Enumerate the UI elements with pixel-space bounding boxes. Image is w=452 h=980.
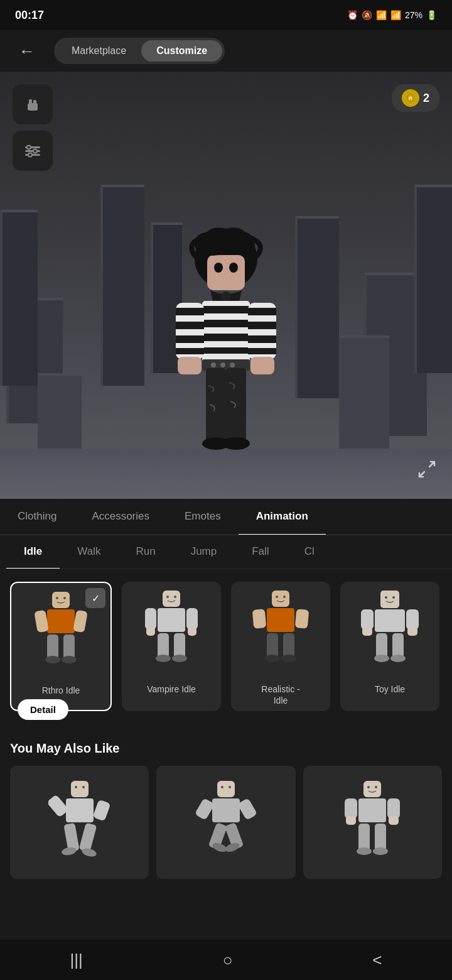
subtab-run[interactable]: Run [118, 535, 173, 569]
menu-icon: ||| [70, 950, 82, 969]
anim-label-toy: Toy Idle [372, 683, 407, 695]
back-nav-icon: < [372, 950, 382, 969]
svg-rect-25 [176, 348, 204, 354]
status-icons: ⏰ 🔕 📶 📶 27% 🔋 [347, 10, 437, 20]
subtab-cl[interactable]: Cl [287, 535, 332, 569]
top-nav: ← Marketplace Customize [0, 30, 452, 72]
svg-point-13 [214, 263, 223, 273]
svg-point-107 [375, 786, 377, 788]
svg-point-35 [220, 362, 225, 368]
svg-rect-73 [380, 591, 399, 608]
avatar-scene: R 2 [0, 72, 452, 499]
anim-label-realistic: Realistic -Idle [259, 683, 302, 706]
signal-icon: 📶 [390, 10, 401, 20]
avatar-container [157, 222, 295, 461]
home-icon: ○ [223, 950, 233, 969]
svg-point-86 [75, 786, 77, 788]
svg-point-15 [221, 291, 231, 302]
tab-marketplace[interactable]: Marketplace [56, 40, 141, 62]
svg-rect-92 [78, 823, 97, 852]
also-like-figure-1 [48, 778, 111, 866]
bg-block [100, 185, 144, 386]
robux-count: 2 [423, 92, 429, 105]
svg-rect-80 [407, 627, 417, 636]
bg-block [295, 216, 339, 398]
svg-rect-78 [406, 609, 419, 629]
anim-label-vampire: Vampire Idle [144, 683, 198, 695]
anim-card-vampire-idle[interactable]: Vampire Idle [122, 582, 221, 711]
settings-button[interactable] [13, 131, 53, 171]
nav-home-button[interactable]: ○ [198, 945, 258, 975]
bg-block [414, 185, 452, 373]
svg-rect-88 [66, 798, 94, 822]
subtab-jump[interactable]: Jump [173, 535, 235, 569]
nav-back-button[interactable]: < [347, 945, 407, 975]
also-like-card-2[interactable] [156, 766, 295, 879]
svg-rect-58 [188, 627, 196, 636]
also-like-section: You May Also Like [0, 729, 452, 891]
also-like-card-3[interactable] [303, 766, 442, 879]
vampire-idle-figure [140, 588, 203, 663]
svg-point-64 [276, 596, 278, 598]
bg-block [38, 373, 82, 449]
subtab-walk[interactable]: Walk [60, 535, 118, 569]
tab-clothing[interactable]: Clothing [0, 499, 74, 535]
svg-rect-111 [346, 816, 356, 825]
svg-rect-113 [358, 824, 370, 851]
svg-point-61 [156, 655, 171, 662]
svg-rect-0 [28, 103, 38, 111]
compress-button[interactable] [414, 457, 439, 486]
also-like-title: You May Also Like [10, 741, 442, 756]
svg-point-116 [373, 847, 388, 855]
back-button[interactable]: ← [13, 39, 41, 63]
anim-card-inner-toy [340, 582, 439, 670]
svg-rect-17 [202, 306, 250, 313]
svg-rect-1 [29, 99, 32, 104]
svg-rect-56 [186, 608, 198, 629]
svg-rect-66 [267, 608, 294, 632]
svg-rect-23 [176, 322, 204, 329]
subtab-idle[interactable]: Idle [6, 535, 60, 569]
svg-rect-90 [92, 800, 110, 822]
svg-rect-95 [217, 781, 235, 797]
svg-rect-29 [248, 322, 276, 329]
svg-rect-19 [202, 334, 250, 341]
subtab-fall[interactable]: Fall [234, 535, 286, 569]
svg-rect-57 [146, 627, 155, 636]
svg-point-50 [62, 656, 77, 663]
svg-rect-108 [358, 798, 386, 822]
svg-rect-77 [361, 609, 374, 629]
also-like-card-1[interactable] [10, 766, 149, 879]
tab-emotes[interactable]: Emotes [167, 499, 239, 535]
svg-point-65 [283, 596, 286, 598]
detail-button-rthro[interactable]: Detail [18, 699, 68, 720]
rthro-idle-figure [30, 589, 92, 665]
svg-rect-2 [33, 100, 36, 104]
svg-rect-20 [202, 347, 250, 354]
anim-card-toy-idle[interactable]: Toy Idle [340, 582, 439, 711]
tab-customize[interactable]: Customize [141, 40, 222, 62]
nav-tabs: Marketplace Customize [54, 38, 225, 64]
anim-card-rthro-idle[interactable]: ✓ Detail Rthro Idle [10, 582, 112, 711]
anim-card-realistic-idle[interactable]: Realistic -Idle [231, 582, 330, 711]
svg-rect-114 [375, 824, 386, 851]
svg-rect-46 [73, 610, 88, 633]
svg-point-49 [45, 656, 60, 663]
svg-rect-54 [158, 608, 185, 632]
svg-rect-110 [387, 798, 400, 819]
battery-icon: 🔋 [426, 10, 437, 20]
nav-menu-button[interactable]: ||| [45, 945, 107, 975]
also-like-figure-2 [195, 778, 257, 866]
settings-icon [23, 141, 43, 161]
svg-rect-32 [250, 357, 274, 374]
avatar-pose-button[interactable] [13, 84, 53, 124]
svg-point-53 [174, 596, 176, 598]
realistic-idle-figure [249, 588, 312, 663]
tab-accessories[interactable]: Accessories [74, 499, 167, 535]
svg-point-34 [211, 362, 216, 368]
svg-rect-105 [363, 781, 381, 797]
tab-animation[interactable]: Animation [239, 499, 326, 535]
also-like-grid [10, 766, 442, 879]
svg-text:R: R [409, 95, 412, 101]
svg-rect-63 [272, 591, 289, 607]
